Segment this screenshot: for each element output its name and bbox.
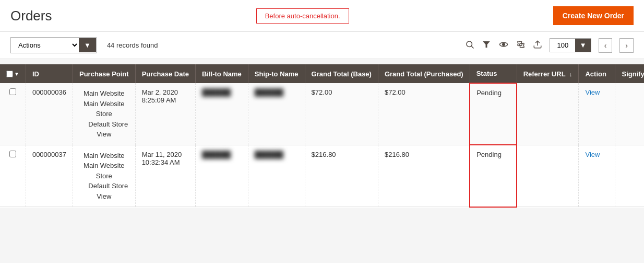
cell-id: 000000037: [26, 145, 73, 207]
cell-purchase-date: Mar 11, 2020 10:32:34 AM: [135, 145, 195, 207]
cell-ship-to-name: ██████: [248, 83, 305, 145]
cell-purchase-point: Main WebsiteMain Website StoreDefault St…: [73, 83, 135, 145]
cell-status: Pending: [470, 145, 517, 207]
col-header-grand-total-purchased[interactable]: Grand Total (Purchased): [378, 64, 470, 83]
auto-cancellation-badge: Before auto-cancellation.: [256, 8, 349, 24]
cell-grand-total-base: $72.00: [305, 83, 378, 145]
cell-signifyd: [615, 145, 644, 207]
page-title: Orders: [10, 8, 52, 24]
records-count: 44 records found: [107, 41, 158, 49]
cell-referrer-url: [517, 83, 579, 145]
table-row: 000000037 Main WebsiteMain Website Store…: [0, 145, 644, 207]
cell-purchase-point: Main WebsiteMain Website StoreDefault St…: [73, 145, 135, 207]
cell-grand-total-purchased: $216.80: [378, 145, 470, 207]
cell-status: Pending: [470, 83, 517, 145]
view-link[interactable]: View: [585, 88, 600, 96]
create-new-order-button[interactable]: Create New Order: [553, 6, 634, 25]
next-page-button[interactable]: ›: [619, 38, 634, 53]
per-page-wrap: ▼: [550, 38, 591, 52]
eye-icon[interactable]: [498, 40, 509, 51]
col-header-status[interactable]: Status: [470, 64, 517, 83]
col-header-signifyd[interactable]: Signifyd Guarantee Decision: [615, 64, 644, 83]
cell-id: 000000036: [26, 83, 73, 145]
page-header: Orders Before auto-cancellation. Create …: [0, 0, 644, 32]
table-row: 000000036 Main WebsiteMain Website Store…: [0, 83, 644, 145]
referrer-sort-icon[interactable]: ↓: [569, 71, 573, 77]
actions-select[interactable]: Actions: [11, 38, 79, 53]
cell-bill-to-name: ██████: [195, 83, 248, 145]
svg-line-1: [472, 46, 474, 48]
col-header-id[interactable]: ID: [26, 64, 73, 83]
cell-bill-to-name: ██████: [195, 145, 248, 207]
cell-grand-total-purchased: $72.00: [378, 83, 470, 145]
col-header-purchase-point[interactable]: Purchase Point: [73, 64, 135, 83]
actions-dropdown-button[interactable]: ▼: [79, 38, 96, 52]
cell-action: View: [579, 83, 615, 145]
svg-point-4: [503, 43, 505, 45]
per-page-dropdown-button[interactable]: ▼: [575, 39, 590, 52]
select-all-checkbox[interactable]: [6, 71, 13, 77]
cell-purchase-date: Mar 2, 2020 8:25:09 AM: [135, 83, 195, 145]
table-header-row: ▼ ID Purchase Point Purchase Date Bill-t…: [0, 64, 644, 83]
cell-referrer-url: [517, 145, 579, 207]
cell-signifyd: [615, 83, 644, 145]
svg-marker-2: [483, 41, 491, 48]
col-header-action[interactable]: Action: [579, 64, 615, 83]
svg-point-0: [467, 41, 472, 47]
cell-ship-to-name: ██████: [248, 145, 305, 207]
header-checkbox-dropdown[interactable]: ▼: [14, 71, 19, 77]
view-link[interactable]: View: [585, 151, 600, 158]
actions-select-wrap: Actions ▼: [10, 37, 97, 53]
col-header-referrer-url[interactable]: Referrer URL ↓: [517, 64, 579, 83]
export-icon[interactable]: [533, 40, 542, 51]
col-header-grand-total-base[interactable]: Grand Total (Base): [305, 64, 378, 83]
col-header-checkbox: ▼: [0, 64, 26, 83]
row-checkbox-cell: [0, 145, 26, 207]
row-checkbox[interactable]: [9, 88, 16, 95]
per-page-input[interactable]: [550, 39, 575, 52]
orders-table: ▼ ID Purchase Point Purchase Date Bill-t…: [0, 64, 644, 208]
row-checkbox[interactable]: [9, 151, 16, 157]
row-checkbox-cell: [0, 83, 26, 145]
filter-icon[interactable]: [482, 40, 491, 51]
cell-action: View: [579, 145, 615, 207]
toolbar-right: ▼ ‹ ›: [465, 38, 634, 53]
svg-point-5: [520, 43, 522, 45]
col-header-ship-to[interactable]: Ship-to Name: [248, 64, 305, 83]
cell-grand-total-base: $216.80: [305, 145, 378, 207]
prev-page-button[interactable]: ‹: [599, 38, 613, 53]
search-icon[interactable]: [465, 40, 474, 51]
col-header-bill-to[interactable]: Bill-to Name: [195, 64, 248, 83]
gear-icon[interactable]: [516, 40, 526, 51]
toolbar: Actions ▼ 44 records found ▼ ‹ ›: [0, 32, 644, 59]
col-header-purchase-date[interactable]: Purchase Date: [135, 64, 195, 83]
